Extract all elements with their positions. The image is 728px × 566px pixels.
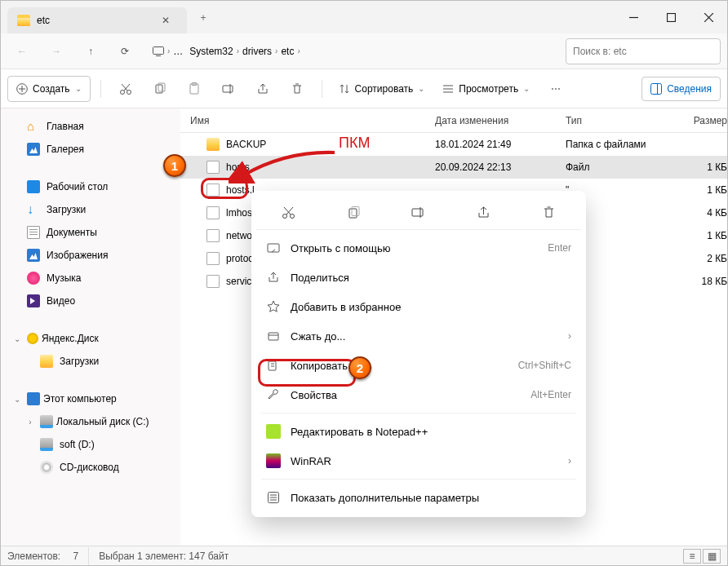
- more-button[interactable]: ⋯: [541, 74, 570, 104]
- refresh-button[interactable]: ⟳: [110, 37, 140, 66]
- file-icon: [206, 184, 220, 197]
- ctx-cut-button[interactable]: [273, 198, 305, 228]
- ctx-favorite[interactable]: Добавить в избранное: [256, 292, 581, 321]
- ctx-copy-button[interactable]: [337, 198, 370, 228]
- sidebar-desktop[interactable]: Рабочий стол: [4, 175, 177, 198]
- file-name: hosts: [226, 161, 250, 173]
- search-placeholder: Поиск в: etc: [573, 46, 627, 57]
- up-button[interactable]: ↑: [76, 37, 105, 66]
- ctx-delete-button[interactable]: [532, 198, 565, 228]
- wrench-icon: [266, 387, 281, 402]
- sidebar[interactable]: ⌂Главная Галерея Рабочий стол ↓Загрузки …: [1, 108, 180, 546]
- sidebar-drive-cd[interactable]: CD-дисковод: [4, 456, 177, 479]
- sidebar-home[interactable]: ⌂Главная: [4, 115, 177, 138]
- new-tab-button[interactable]: ＋: [187, 4, 220, 30]
- col-date[interactable]: Дата изменения: [425, 115, 556, 126]
- svg-rect-17: [223, 86, 233, 92]
- ctx-share[interactable]: Поделиться: [256, 263, 581, 292]
- maximize-button[interactable]: [652, 4, 690, 30]
- copy-button[interactable]: [145, 74, 175, 104]
- ctx-properties[interactable]: СвойстваAlt+Enter: [256, 380, 581, 409]
- file-size: 2 КБ: [662, 253, 727, 264]
- ctx-copy-path[interactable]: Копировать путьCtrl+Shift+C: [256, 351, 581, 380]
- chevron-down-icon: ⌄: [75, 84, 82, 93]
- context-menu: Открыть с помощьюEnter Поделиться Добави…: [251, 191, 586, 517]
- search-input[interactable]: Поиск в: etc: [566, 38, 721, 64]
- annotation-text-rmb: ПКМ: [339, 135, 370, 152]
- svg-point-10: [127, 90, 131, 94]
- ctx-share-button[interactable]: [468, 198, 500, 228]
- delete-button[interactable]: [282, 74, 312, 104]
- sort-icon: [339, 83, 350, 95]
- breadcrumb-drivers[interactable]: drivers: [239, 44, 275, 59]
- col-name[interactable]: Имя: [180, 115, 425, 126]
- file-name: BACKUP: [226, 139, 266, 150]
- file-name: hosts.l: [226, 184, 255, 196]
- view-icon: [442, 83, 454, 95]
- notepadpp-icon: [266, 424, 281, 439]
- file-size: 18 КБ: [662, 276, 727, 287]
- file-date: 20.09.2024 22:13: [425, 161, 556, 173]
- svg-point-9: [120, 90, 124, 94]
- sidebar-thispc[interactable]: ⌄Этот компьютер: [4, 387, 177, 410]
- file-size: 1 КБ: [662, 161, 727, 173]
- ctx-compress[interactable]: Сжать до...›: [256, 321, 581, 351]
- breadcrumb-system32[interactable]: System32: [186, 44, 236, 59]
- ctx-notepadpp[interactable]: Редактировать в Notepad++: [256, 417, 581, 446]
- sidebar-ydisk-downloads[interactable]: Загрузки: [4, 350, 177, 373]
- file-date: 18.01.2024 21:49: [425, 139, 556, 150]
- new-button[interactable]: Создать ⌄: [7, 76, 91, 102]
- details-view-toggle[interactable]: ≡: [683, 549, 701, 564]
- file-icon: [206, 229, 220, 242]
- file-name: protoc: [226, 253, 253, 264]
- share-button[interactable]: [248, 74, 277, 104]
- paste-button[interactable]: [180, 74, 209, 104]
- sidebar-ydisk[interactable]: ⌄Яндекс.Диск: [4, 327, 177, 350]
- ctx-rename-button[interactable]: [402, 198, 435, 228]
- file-row[interactable]: BACKUP18.01.2024 21:49Папка с файлами: [180, 133, 727, 156]
- view-button[interactable]: Просмотреть⌄: [436, 74, 536, 104]
- sidebar-pictures[interactable]: Изображения: [4, 244, 177, 267]
- sidebar-downloads[interactable]: ↓Загрузки: [4, 198, 177, 221]
- sidebar-documents[interactable]: Документы: [4, 221, 177, 244]
- more-options-icon: [266, 490, 281, 505]
- rename-button[interactable]: [214, 74, 243, 104]
- details-pane-button[interactable]: Сведения: [641, 77, 721, 101]
- ctx-open-with[interactable]: Открыть с помощьюEnter: [256, 233, 581, 263]
- ctx-winrar[interactable]: WinRAR›: [256, 446, 581, 475]
- minimize-button[interactable]: [615, 4, 652, 30]
- back-button[interactable]: ←: [7, 37, 37, 66]
- ctx-show-more[interactable]: Показать дополнительные параметры: [256, 483, 581, 512]
- open-with-icon: [266, 241, 281, 255]
- col-size[interactable]: Размер: [662, 115, 727, 126]
- cut-button[interactable]: [111, 74, 140, 104]
- sort-button[interactable]: Сортировать⌄: [332, 74, 432, 104]
- svg-point-24: [283, 214, 287, 219]
- sidebar-drive-c[interactable]: ›Локальный диск (C:): [4, 410, 177, 433]
- folder-icon: [206, 138, 220, 151]
- sidebar-drive-d[interactable]: soft (D:): [4, 433, 177, 456]
- sidebar-gallery[interactable]: Галерея: [4, 138, 177, 161]
- svg-rect-29: [352, 207, 359, 216]
- breadcrumb-etc[interactable]: etc: [277, 44, 297, 59]
- forward-button[interactable]: →: [42, 37, 71, 66]
- window-tab[interactable]: etc ✕: [7, 7, 187, 33]
- file-icon: [206, 161, 220, 174]
- breadcrumb-more[interactable]: …: [170, 44, 186, 59]
- column-headers[interactable]: Имя Дата изменения Тип Размер: [180, 108, 727, 133]
- file-icon: [206, 252, 220, 265]
- file-row[interactable]: hosts20.09.2024 22:13Файл1 КБ: [180, 156, 727, 179]
- svg-rect-33: [269, 333, 278, 340]
- monitor-icon: [153, 46, 164, 56]
- file-type: Файл: [556, 161, 662, 173]
- sidebar-music[interactable]: Музыка: [4, 267, 177, 290]
- close-button[interactable]: [690, 4, 727, 30]
- sidebar-video[interactable]: Видео: [4, 290, 177, 312]
- tab-close-button[interactable]: ✕: [154, 9, 177, 32]
- icons-view-toggle[interactable]: ▦: [703, 549, 721, 564]
- svg-rect-30: [412, 209, 423, 216]
- winrar-icon: [266, 453, 281, 468]
- file-icon: [206, 275, 220, 288]
- breadcrumb[interactable]: › … System32 › drivers › etc ›: [144, 38, 561, 64]
- col-type[interactable]: Тип: [556, 115, 662, 126]
